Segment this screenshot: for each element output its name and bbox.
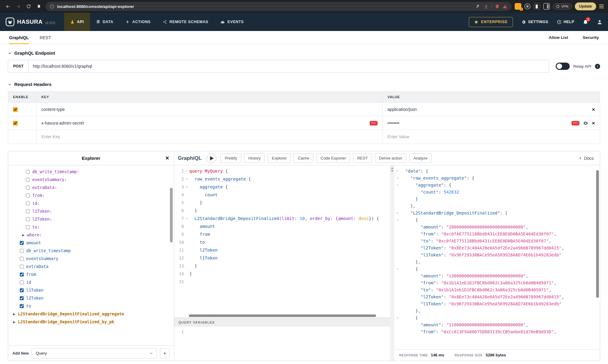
brand[interactable]: HASURA v2.23.0 (5, 17, 55, 26)
extension-icon-3[interactable] (534, 3, 540, 10)
caret-right-icon[interactable]: ▶ (13, 320, 16, 324)
explorer-field-item[interactable]: id (8, 278, 174, 286)
fold-arrow-icon[interactable]: ▾ (395, 217, 400, 224)
secret-dots-badge[interactable]: ••• (370, 121, 378, 125)
caret-right-icon[interactable]: ▶ (13, 312, 16, 316)
fold-arrow-icon[interactable]: ▾ (395, 266, 400, 273)
query-variables-header[interactable]: QUERY VARIABLES (174, 318, 390, 327)
relay-api-toggle[interactable] (556, 63, 570, 70)
remove-header-icon[interactable]: × (592, 121, 595, 126)
field-checkbox[interactable] (20, 280, 24, 284)
arg-checkbox[interactable] (26, 170, 30, 174)
arg-checkbox[interactable] (26, 194, 30, 197)
field-checkbox[interactable] (20, 273, 24, 276)
explorer-arg-item[interactable]: ▶where: (8, 231, 174, 239)
explorer-arg-item[interactable]: l1Token: (8, 207, 174, 215)
new-header-key-input[interactable] (41, 134, 378, 139)
explorer-field-item[interactable]: amount (8, 239, 174, 247)
shield-icon[interactable] (495, 4, 499, 9)
arg-checkbox[interactable] (26, 201, 30, 205)
query-code[interactable]: 1▾query MyQuery {2▾ raw_events_aggregate… (174, 165, 390, 314)
new-header-value-input[interactable] (388, 134, 595, 139)
header-enabled-checkbox[interactable] (13, 107, 18, 112)
fold-arrow-icon[interactable]: ▾ (184, 175, 189, 183)
bookmark-icon[interactable] (35, 3, 43, 10)
field-checkbox[interactable] (20, 288, 24, 292)
explorer-arg-item[interactable]: db_write_timestamp: (8, 168, 174, 176)
field-checkbox[interactable] (20, 257, 24, 261)
fold-arrow-icon[interactable]: ▾ (184, 183, 189, 191)
browser-menu-icon[interactable] (599, 5, 604, 8)
warning-triangle-icon[interactable] (503, 4, 507, 9)
explorer-arg-item[interactable]: extraData: (8, 184, 174, 191)
settings-button[interactable]: SETTINGS (521, 20, 548, 24)
site-info-icon[interactable] (50, 4, 54, 9)
extension-icon-1[interactable]: 1 (515, 3, 521, 10)
field-checkbox[interactable] (20, 304, 24, 308)
url-bar[interactable]: localhost:8080/console/api/api-explorer (46, 2, 512, 11)
explorer-field-item[interactable]: from (8, 270, 174, 278)
info-icon[interactable]: i (595, 64, 600, 69)
docs-toggle[interactable]: Docs (579, 156, 594, 161)
explorer-arg-item[interactable]: id: (8, 199, 174, 207)
toolbar-button-history[interactable]: History (244, 153, 265, 163)
help-button[interactable]: ? HELP (557, 20, 574, 24)
toolbar-button-analyze[interactable]: Analyze (409, 153, 432, 163)
extension-icon-4[interactable] (543, 3, 550, 10)
fold-arrow-icon[interactable]: ▾ (184, 215, 189, 222)
nav-item-actions[interactable]: ACTIONS (119, 13, 157, 31)
toolbar-button-derive-action[interactable]: Derive action (375, 153, 406, 163)
toolbar-button-rest[interactable]: REST (353, 153, 372, 163)
endpoint-section-header[interactable]: GraphQL Endpoint (8, 50, 600, 56)
back-icon[interactable] (4, 3, 12, 10)
forward-icon[interactable] (15, 3, 22, 10)
arg-checkbox[interactable] (26, 178, 30, 182)
add-new-type-select[interactable]: Query (32, 348, 157, 359)
notifications-button[interactable]: 1 (583, 19, 588, 25)
arg-checkbox[interactable] (26, 186, 30, 190)
link-allow-list[interactable]: Allow List (549, 35, 568, 40)
field-checkbox[interactable] (20, 265, 24, 269)
fold-arrow-icon[interactable]: ▾ (184, 167, 189, 175)
fold-arrow-icon[interactable]: ▾ (395, 182, 400, 189)
hscrollbar-thumb[interactable] (189, 314, 376, 317)
nav-item-events[interactable]: EVENTS (214, 13, 250, 31)
explorer-field-item[interactable]: to (8, 302, 174, 310)
explorer-field-item[interactable]: db_write_timestamp (8, 247, 174, 255)
enterprise-button[interactable]: ENTERPRISE (469, 17, 513, 27)
user-menu-button[interactable] (597, 19, 603, 25)
explorer-field-item[interactable]: extraData (8, 263, 174, 270)
fold-arrow-icon[interactable]: ▾ (395, 210, 400, 217)
add-new-button[interactable]: + (160, 349, 170, 358)
caret-right-icon[interactable]: ▶ (22, 233, 25, 237)
field-checkbox[interactable] (20, 249, 24, 253)
explorer-arg-item[interactable]: from: (8, 191, 174, 199)
share-save-icon[interactable] (484, 4, 489, 9)
explorer-root-item[interactable]: ▶L2StandardBridge_DepositFinalized_aggre… (8, 310, 174, 318)
field-checkbox[interactable] (20, 296, 24, 300)
response-scrollbar[interactable] (596, 170, 599, 298)
field-checkbox[interactable] (20, 241, 24, 245)
toolbar-button-code-exporter[interactable]: Code Exporter (316, 153, 350, 163)
explorer-arg-item[interactable]: eventsSummary: (8, 176, 174, 184)
link-security[interactable]: Security (583, 35, 599, 40)
reload-icon[interactable] (25, 3, 32, 10)
arg-checkbox[interactable] (26, 217, 30, 221)
close-icon[interactable]: × (165, 155, 169, 162)
execute-query-button[interactable] (206, 153, 216, 163)
header-enabled-checkbox[interactable] (13, 121, 18, 125)
explorer-field-item[interactable]: eventsSummary (8, 255, 174, 263)
arg-checkbox[interactable] (26, 209, 30, 213)
explorer-arg-item[interactable]: to: (8, 223, 174, 231)
password-key-icon[interactable] (476, 4, 481, 9)
tab-graphiql[interactable]: GraphiQL (9, 31, 29, 44)
nav-item-api[interactable]: API (64, 13, 90, 31)
tab-rest[interactable]: REST (40, 31, 51, 44)
remove-header-icon[interactable]: × (592, 107, 595, 112)
toolbar-button-cache[interactable]: Cache (294, 153, 314, 163)
query-variables-editor[interactable]: 1 (174, 327, 390, 361)
nav-item-remote-schemas[interactable]: REMOTE SCHEMAS (157, 13, 214, 31)
explorer-arg-item[interactable]: l2Token: (8, 215, 174, 223)
nav-item-data[interactable]: DATA (90, 13, 119, 31)
headers-section-header[interactable]: Request Headers (8, 82, 600, 87)
